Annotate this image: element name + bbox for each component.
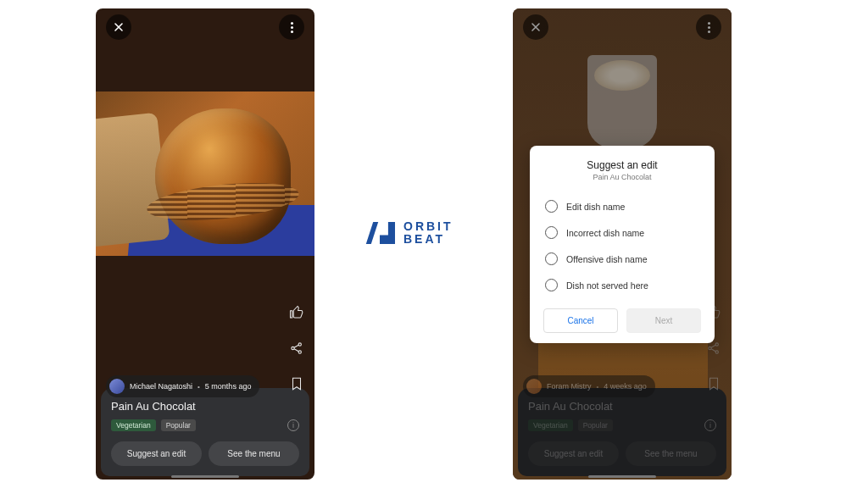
close-icon	[112, 20, 125, 34]
info-panel: Pain Au Chocolat Vegetarian Popular i Su…	[101, 388, 309, 476]
avatar	[109, 379, 125, 394]
author-name: Michael Nagatoshi	[130, 382, 192, 391]
see-menu-button[interactable]: See the menu	[209, 441, 299, 466]
thumbs-up-icon	[289, 305, 304, 320]
option-offensive-name[interactable]: Offensive dish name	[543, 246, 701, 272]
watermark-logo: ORBIT BEAT	[370, 220, 505, 246]
cancel-button[interactable]: Cancel	[543, 308, 618, 333]
bookmark-button[interactable]	[287, 374, 306, 393]
next-button: Next	[626, 308, 701, 333]
logo-line1: ORBIT	[403, 220, 453, 233]
dialog-title: Suggest an edit	[543, 159, 701, 171]
nav-handle[interactable]	[588, 475, 656, 478]
svg-point-1	[298, 343, 301, 346]
tag-vegetarian: Vegetarian	[111, 419, 156, 431]
radio-icon	[545, 252, 558, 265]
radio-icon	[545, 279, 558, 291]
post-age: 5 months ago	[205, 382, 252, 391]
share-icon	[289, 341, 304, 356]
logo-icon	[370, 220, 395, 246]
radio-icon	[545, 200, 558, 213]
info-icon[interactable]: i	[287, 419, 299, 431]
dish-photo	[96, 92, 314, 256]
attribution[interactable]: Michael Nagatoshi • 5 months ago	[106, 375, 259, 397]
svg-point-2	[298, 351, 301, 353]
side-actions	[287, 303, 306, 393]
radio-icon	[545, 226, 558, 239]
share-button[interactable]	[287, 339, 306, 358]
more-button[interactable]	[279, 14, 304, 40]
option-edit-name[interactable]: Edit dish name	[543, 193, 701, 219]
tag-popular: Popular	[161, 419, 196, 431]
dialog-subtitle: Pain Au Chocolat	[543, 173, 701, 181]
svg-point-0	[292, 347, 294, 349]
logo-line2: BEAT	[403, 233, 453, 246]
like-button[interactable]	[287, 303, 306, 322]
dish-title: Pain Au Chocolat	[111, 400, 299, 413]
phone-right: Foram Mistry • 4 weeks ago Pain Au Choco…	[513, 8, 732, 480]
phone-left: Michael Nagatoshi • 5 months ago Pain Au…	[96, 8, 314, 480]
nav-handle[interactable]	[171, 475, 239, 478]
suggest-edit-button[interactable]: Suggest an edit	[111, 441, 202, 466]
more-icon	[291, 22, 293, 33]
option-incorrect-name[interactable]: Incorrect dish name	[543, 219, 701, 246]
close-button[interactable]	[106, 14, 131, 40]
topbar	[96, 8, 314, 46]
option-not-served[interactable]: Dish not served here	[543, 272, 701, 298]
bookmark-icon	[289, 376, 304, 391]
tags: Vegetarian Popular i	[111, 419, 299, 431]
suggest-edit-dialog: Suggest an edit Pain Au Chocolat Edit di…	[530, 146, 715, 343]
